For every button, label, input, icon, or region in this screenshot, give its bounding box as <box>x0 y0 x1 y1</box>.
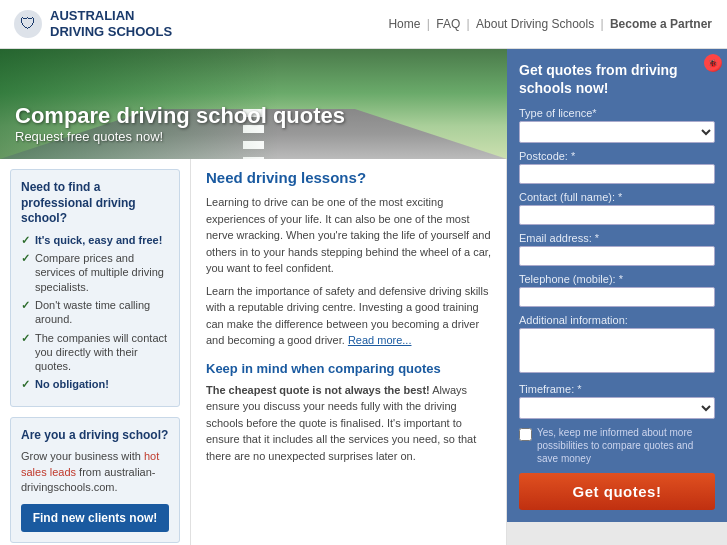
additional-textarea[interactable] <box>519 328 715 373</box>
timeframe-select[interactable]: ASAP Within 1 week Within 1 month Flexib… <box>519 397 715 419</box>
left-column: Need to find a professional driving scho… <box>0 159 190 545</box>
benefits-list: It's quick, easy and free! Compare price… <box>21 233 169 392</box>
beetle-icon: 🐞 <box>704 54 722 72</box>
hero-title: Compare driving school quotes <box>15 103 345 129</box>
right-col-wrapper: 🐞 Get quotes from driving schools now! T… <box>507 49 727 545</box>
email-label: Email address: * <box>519 232 715 244</box>
read-more-link[interactable]: Read more... <box>348 334 412 346</box>
comparing-quotes-heading: Keep in mind when comparing quotes <box>206 361 491 376</box>
newsletter-label: Yes, keep me informed about more possibi… <box>537 426 715 465</box>
hero-banner: Compare driving school quotes Request fr… <box>0 49 507 159</box>
hero-form-row: Compare driving school quotes Request fr… <box>0 49 727 545</box>
email-input[interactable] <box>519 246 715 266</box>
timeframe-label: Timeframe: * <box>519 383 715 395</box>
form-heading: Get quotes from driving schools now! <box>519 61 715 97</box>
logo-area: 🛡 AUSTRALIAN DRIVING SCHOOLS <box>12 8 172 40</box>
get-quotes-button[interactable]: Get quotes! <box>519 473 715 510</box>
licence-label: Type of licence* <box>519 107 715 119</box>
nav-faq[interactable]: FAQ <box>436 17 460 31</box>
newsletter-checkbox[interactable] <box>519 428 532 441</box>
logo-text: AUSTRALIAN DRIVING SCHOOLS <box>50 8 172 39</box>
driving-lessons-para1: Learning to drive can be one of the most… <box>206 194 491 277</box>
header: 🛡 AUSTRALIAN DRIVING SCHOOLS Home | FAQ … <box>0 0 727 49</box>
find-school-heading: Need to find a professional driving scho… <box>21 180 169 227</box>
list-item: It's quick, easy and free! <box>21 233 169 247</box>
quote-form-panel: Get quotes from driving schools now! Typ… <box>507 49 727 522</box>
licence-select[interactable]: Car Motorcycle Truck Bus <box>519 121 715 143</box>
list-item: The companies will contact you directly … <box>21 331 169 374</box>
list-item: No obligation! <box>21 377 169 391</box>
driving-lessons-heading: Need driving lessons? <box>206 169 491 186</box>
driving-lessons-para2: Learn the importance of safety and defen… <box>206 283 491 349</box>
additional-group: Additional information: <box>519 314 715 376</box>
timeframe-group: Timeframe: * ASAP Within 1 week Within 1… <box>519 383 715 419</box>
nav-about[interactable]: About Driving Schools <box>476 17 594 31</box>
driving-school-body: Grow your business with hot sales leads … <box>21 449 169 495</box>
hero-content: Compare driving school quotes Request fr… <box>15 103 345 144</box>
telephone-group: Telephone (mobile): * <box>519 273 715 307</box>
licence-group: Type of licence* Car Motorcycle Truck Bu… <box>519 107 715 143</box>
telephone-label: Telephone (mobile): * <box>519 273 715 285</box>
comparing-quotes-body: The cheapest quote is not always the bes… <box>206 382 491 465</box>
find-clients-button[interactable]: Find new clients now! <box>21 504 169 532</box>
list-item: Compare prices and services of multiple … <box>21 251 169 294</box>
additional-label: Additional information: <box>519 314 715 326</box>
newsletter-row: Yes, keep me informed about more possibi… <box>519 426 715 465</box>
nav-links: Home | FAQ | About Driving Schools | Bec… <box>385 17 715 31</box>
email-group: Email address: * <box>519 232 715 266</box>
contact-input[interactable] <box>519 205 715 225</box>
list-item: Don't waste time calling around. <box>21 298 169 327</box>
driving-school-heading: Are you a driving school? <box>21 428 169 444</box>
driving-school-box: Are you a driving school? Grow your busi… <box>10 417 180 543</box>
find-school-box: Need to find a professional driving scho… <box>10 169 180 407</box>
postcode-group: Postcode: * <box>519 150 715 184</box>
telephone-input[interactable] <box>519 287 715 307</box>
nav-home[interactable]: Home <box>388 17 420 31</box>
main-content: Need to find a professional driving scho… <box>0 159 507 545</box>
center-column: Need driving lessons? Learning to drive … <box>190 159 507 545</box>
postcode-label: Postcode: * <box>519 150 715 162</box>
contact-group: Contact (full name): * <box>519 191 715 225</box>
hot-leads-link[interactable]: hot sales leads <box>21 450 159 477</box>
nav-partner[interactable]: Become a Partner <box>610 17 712 31</box>
contact-label: Contact (full name): * <box>519 191 715 203</box>
postcode-input[interactable] <box>519 164 715 184</box>
hero-section: Compare driving school quotes Request fr… <box>0 49 507 545</box>
logo-icon: 🛡 <box>12 8 44 40</box>
svg-text:🛡: 🛡 <box>20 15 36 32</box>
hero-subtitle: Request free quotes now! <box>15 129 345 144</box>
